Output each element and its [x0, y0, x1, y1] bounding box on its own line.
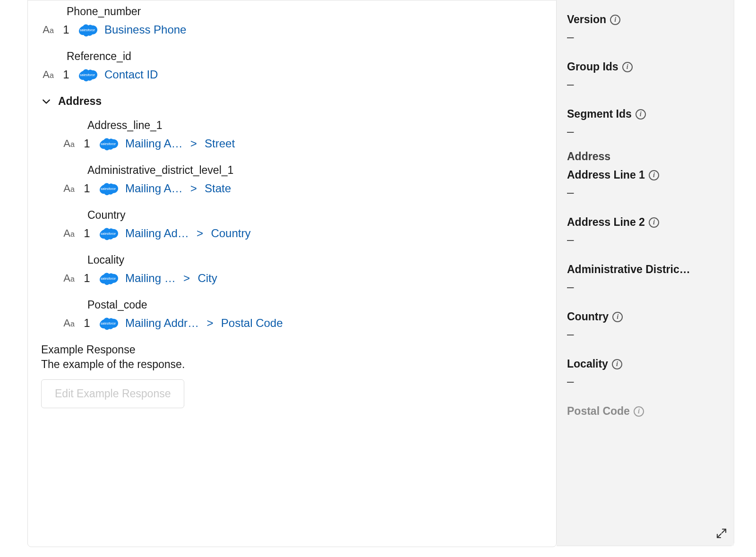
- field-label: Address_line_1: [62, 119, 543, 132]
- field-label: Administrative_district_level_1: [62, 164, 543, 177]
- side-value: –: [567, 374, 723, 389]
- mapping-count: 1: [83, 227, 91, 240]
- salesforce-cloud-icon: salesforce: [98, 226, 119, 240]
- field-country: Country Aa 1 salesforce Mailing Ad… > Co…: [62, 209, 543, 240]
- svg-text:salesforce: salesforce: [101, 277, 116, 280]
- info-icon[interactable]: i: [634, 406, 644, 417]
- mapping-part-a: Mailing Addr…: [125, 317, 199, 329]
- side-value: –: [567, 77, 723, 92]
- chevron-right-icon: >: [187, 137, 200, 150]
- field-locality: Locality Aa 1 salesforce Mailing … > Cit…: [62, 254, 543, 285]
- side-label-version: Version i: [567, 13, 723, 26]
- mapping-part-b: Postal Code: [221, 317, 283, 329]
- mapping-count: 1: [83, 272, 91, 285]
- text-type-icon: Aa: [41, 69, 55, 81]
- chevron-down-icon: [41, 96, 52, 107]
- mapping-part-b: Country: [211, 227, 250, 240]
- mapping-part-a: Mailing A…: [125, 137, 182, 150]
- salesforce-cloud-icon: salesforce: [77, 68, 98, 82]
- mapping-part-a: Mailing Ad…: [125, 227, 189, 240]
- mapping-link[interactable]: Business Phone: [104, 23, 186, 36]
- chevron-right-icon: >: [187, 182, 200, 195]
- expand-icon[interactable]: [716, 528, 727, 539]
- mapping-part-a: Mailing A…: [125, 182, 182, 195]
- chevron-right-icon: >: [204, 317, 216, 329]
- field-label: Reference_id: [41, 50, 543, 63]
- mapping-part-a: Mailing …: [125, 272, 176, 284]
- text-type-icon: Aa: [62, 182, 76, 195]
- salesforce-cloud-icon: salesforce: [98, 271, 119, 285]
- text-type-icon: Aa: [62, 317, 76, 329]
- field-reference-id: Reference_id Aa 1 salesforce Contact ID: [41, 50, 543, 82]
- mapping-link[interactable]: Mailing Addr… > Postal Code: [125, 317, 283, 330]
- info-icon[interactable]: i: [649, 217, 659, 228]
- side-subheader-address: Address: [567, 150, 723, 163]
- side-label-segment-ids: Segment Ids i: [567, 108, 723, 120]
- side-label-locality: Locality i: [567, 358, 723, 370]
- field-label: Phone_number: [41, 5, 543, 18]
- info-icon[interactable]: i: [612, 312, 623, 322]
- example-response-label: Example Response: [41, 343, 543, 356]
- field-label: Postal_code: [62, 299, 543, 311]
- mapping-link[interactable]: Mailing A… > Street: [125, 137, 235, 150]
- info-icon[interactable]: i: [610, 15, 620, 25]
- mapping-link[interactable]: Mailing … > City: [125, 272, 217, 285]
- text-type-icon: Aa: [62, 137, 76, 150]
- field-label: Locality: [62, 254, 543, 266]
- mapping-count: 1: [83, 137, 91, 150]
- side-label-postal-code: Postal Code i: [567, 405, 723, 418]
- mapping-count: 1: [83, 182, 91, 195]
- example-response-desc: The example of the response.: [41, 358, 543, 371]
- fade-overlay: [557, 489, 734, 546]
- side-value: –: [567, 30, 723, 44]
- field-postal-code: Postal_code Aa 1 salesforce Mailing Addr…: [62, 299, 543, 330]
- svg-text:salesforce: salesforce: [101, 232, 116, 235]
- info-icon[interactable]: i: [612, 359, 622, 369]
- mapping-link[interactable]: Mailing A… > State: [125, 182, 231, 195]
- field-phone-number: Phone_number Aa 1 salesforce Business Ph…: [41, 5, 543, 37]
- info-icon[interactable]: i: [622, 62, 633, 72]
- field-admin-district-1: Administrative_district_level_1 Aa 1 sal…: [62, 164, 543, 196]
- field-label: Country: [62, 209, 543, 222]
- mapping-part-b: State: [205, 182, 231, 195]
- section-toggle-address[interactable]: Address: [41, 95, 543, 108]
- side-value: –: [567, 124, 723, 139]
- svg-text:salesforce: salesforce: [101, 322, 116, 325]
- side-value: –: [567, 327, 723, 342]
- mapping-part-b: Street: [205, 137, 235, 150]
- side-value: –: [567, 232, 723, 247]
- side-label-group-ids: Group Ids i: [567, 60, 723, 73]
- salesforce-cloud-icon: salesforce: [98, 181, 119, 196]
- side-value: –: [567, 185, 723, 200]
- info-icon[interactable]: i: [649, 170, 659, 180]
- side-label-country: Country i: [567, 310, 723, 323]
- text-type-icon: Aa: [62, 272, 76, 284]
- section-title: Address: [58, 95, 102, 108]
- text-type-icon: Aa: [41, 24, 55, 36]
- mapping-count: 1: [62, 68, 70, 81]
- side-label-admin-district: Administrative Distric…: [567, 263, 723, 276]
- mapping-count: 1: [83, 317, 91, 330]
- chevron-right-icon: >: [180, 272, 193, 284]
- salesforce-cloud-icon: salesforce: [98, 137, 119, 151]
- field-address-line-1: Address_line_1 Aa 1 salesforce Mailing A…: [62, 119, 543, 151]
- svg-text:salesforce: salesforce: [101, 187, 116, 190]
- info-icon[interactable]: i: [636, 109, 646, 120]
- salesforce-cloud-icon: salesforce: [77, 23, 98, 37]
- edit-example-response-button: Edit Example Response: [41, 379, 184, 408]
- salesforce-cloud-icon: salesforce: [98, 316, 119, 330]
- mapping-link[interactable]: Mailing Ad… > Country: [125, 227, 250, 240]
- chevron-right-icon: >: [193, 227, 206, 240]
- svg-text:salesforce: salesforce: [101, 142, 116, 146]
- side-panel: Version i – Group Ids i – Segment Ids i …: [557, 0, 734, 546]
- mapping-part-b: City: [198, 272, 217, 284]
- side-label-address-line-1: Address Line 1 i: [567, 169, 723, 181]
- svg-text:salesforce: salesforce: [80, 73, 95, 77]
- mapping-link[interactable]: Contact ID: [104, 68, 158, 81]
- address-nested-group: Address_line_1 Aa 1 salesforce Mailing A…: [41, 119, 543, 330]
- mapping-count: 1: [62, 23, 70, 36]
- side-value: –: [567, 280, 723, 294]
- side-label-address-line-2: Address Line 2 i: [567, 216, 723, 229]
- main-panel: Phone_number Aa 1 salesforce Business Ph…: [27, 0, 557, 547]
- text-type-icon: Aa: [62, 227, 76, 240]
